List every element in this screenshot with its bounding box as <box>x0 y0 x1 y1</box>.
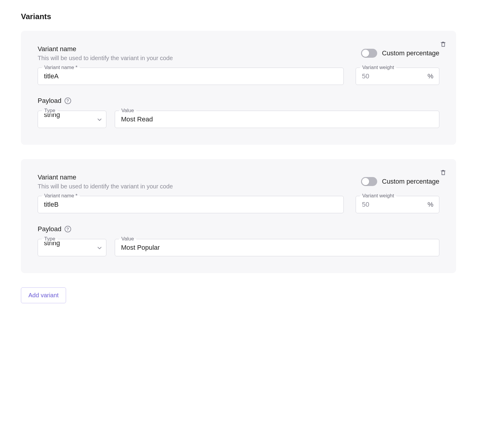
variant-name-input[interactable] <box>38 68 344 85</box>
add-variant-button[interactable]: Add variant <box>21 287 66 303</box>
custom-percentage-toggle[interactable] <box>361 49 377 58</box>
payload-label: Payload <box>38 97 62 105</box>
variant-weight-field-label: Variant weight <box>360 193 396 199</box>
type-field-label: Type <box>42 108 58 114</box>
value-field-label: Value <box>119 108 136 114</box>
toggle-thumb <box>362 50 369 57</box>
toggle-thumb <box>362 178 369 185</box>
variant-name-description: This will be used to identify the varian… <box>38 55 173 62</box>
custom-percentage-toggle[interactable] <box>361 177 377 186</box>
variant-name-description: This will be used to identify the varian… <box>38 183 173 190</box>
variant-card: Variant name This will be used to identi… <box>21 31 456 145</box>
variant-name-label: Variant name <box>38 173 173 181</box>
variant-weight-field-label: Variant weight <box>360 65 396 71</box>
variant-card: Variant name This will be used to identi… <box>21 159 456 273</box>
variant-name-field-label: Variant name * <box>42 65 80 71</box>
section-title: Variants <box>21 12 456 21</box>
type-field-label: Type <box>42 236 58 242</box>
payload-label: Payload <box>38 225 62 233</box>
delete-variant-button[interactable] <box>439 39 448 50</box>
trash-icon <box>440 40 447 48</box>
trash-icon <box>440 169 447 176</box>
value-field-label: Value <box>119 236 136 242</box>
variant-name-label: Variant name <box>38 45 173 53</box>
delete-variant-button[interactable] <box>439 167 448 178</box>
custom-percentage-label: Custom percentage <box>382 178 439 185</box>
help-icon[interactable]: ? <box>65 226 71 232</box>
variant-name-input[interactable] <box>38 196 344 213</box>
payload-value-input[interactable] <box>115 111 439 128</box>
custom-percentage-label: Custom percentage <box>382 49 439 57</box>
payload-value-input[interactable] <box>115 239 439 256</box>
variant-name-field-label: Variant name * <box>42 193 80 199</box>
help-icon[interactable]: ? <box>65 97 71 104</box>
